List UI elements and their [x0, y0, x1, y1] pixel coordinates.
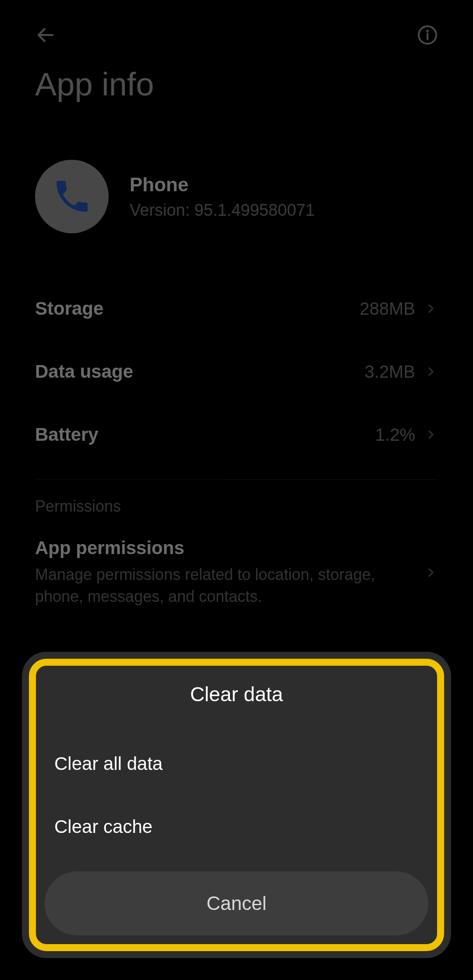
clear-all-data-option[interactable]: Clear all data: [36, 732, 437, 795]
clear-data-dialog: Clear data Clear all data Clear cache Ca…: [22, 652, 451, 958]
clear-cache-option[interactable]: Clear cache: [36, 795, 437, 858]
cancel-button[interactable]: Cancel: [45, 871, 428, 935]
dialog-title: Clear data: [36, 666, 437, 732]
